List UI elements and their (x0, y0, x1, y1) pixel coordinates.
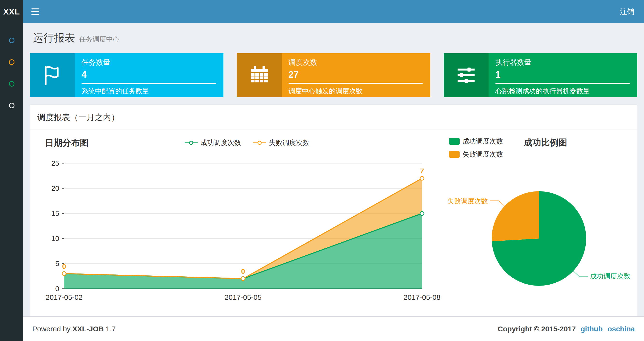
footer: Powered byXXL-JOB1.7 Copyright © 2015-20… (23, 316, 644, 341)
stat-body: 调度次数 27 调度中心触发的调度次数 (282, 53, 430, 97)
svg-text:25: 25 (51, 159, 59, 167)
legend-item[interactable]: 失败调度次数 (252, 138, 310, 147)
pie-chart-title: 成功比例图 (524, 137, 567, 159)
sidebar-menu-item[interactable] (0, 30, 23, 51)
product-version: 1.7 (106, 325, 116, 333)
stat-title: 执行器数量 (495, 58, 630, 68)
sidebar-toggle-button[interactable] (23, 0, 47, 23)
line-chart-svg: 05101520252017-05-022017-05-052017-05-08… (36, 151, 446, 310)
pie-chart-header: 成功调度次数失败调度次数 成功比例图 (446, 137, 634, 159)
svg-text:0: 0 (62, 262, 66, 270)
legend-label: 失败调度次数 (269, 138, 310, 147)
pie-chart-area: 成功调度次数失败调度次数 成功比例图 成功调度次数失败调度次数 (446, 135, 634, 314)
stat-title: 调度次数 (288, 58, 423, 68)
svg-text:10: 10 (51, 234, 59, 242)
svg-text:0: 0 (241, 267, 245, 275)
powered-prefix: Powered by (32, 325, 70, 333)
stat-title: 任务数量 (82, 58, 216, 68)
oschina-link[interactable]: oschina (608, 325, 635, 333)
powered-by: Powered byXXL-JOB1.7 (32, 325, 116, 333)
line-chart-area: 日期分布图 成功调度次数失败调度次数 05101520252017-05-022… (36, 135, 446, 314)
app-root: XXL 注销 运行报表任务调度中心 (0, 0, 644, 321)
stat-value: 4 (82, 70, 216, 80)
page-header: 运行报表任务调度中心 (30, 29, 637, 45)
svg-text:失败调度次数: 失败调度次数 (447, 197, 488, 205)
copyright-area: Copyright © 2015-2017 github oschina (498, 325, 635, 333)
legend-item[interactable]: 失败调度次数 (449, 150, 503, 159)
circle-icon (9, 81, 14, 87)
top-navbar: XXL 注销 (0, 0, 644, 23)
stat-box-executor-count: 执行器数量 1 心跳检测成功的执行器机器数量 (444, 53, 637, 97)
stat-description: 心跳检测成功的执行器机器数量 (495, 87, 630, 96)
legend-line-icon (184, 140, 198, 146)
flag-icon (30, 53, 75, 97)
stat-value: 1 (495, 70, 630, 80)
legend-label: 成功调度次数 (200, 138, 241, 147)
circle-icon (9, 38, 14, 43)
sidebar (0, 23, 23, 341)
circle-icon (9, 59, 14, 65)
svg-text:2017-05-08: 2017-05-08 (404, 293, 440, 301)
stat-box-trigger-count: 调度次数 27 调度中心触发的调度次数 (237, 53, 430, 97)
line-chart-title: 日期分布图 (45, 137, 88, 149)
report-panel: 调度报表（一月之内） 日期分布图 成功调度次数失败调度次数 0510152025… (30, 104, 637, 321)
stat-progress-bar (288, 83, 423, 84)
line-chart-legend: 成功调度次数失败调度次数 (88, 138, 405, 147)
stat-row: 任务数量 4 系统中配置的任务数量 (30, 53, 637, 97)
svg-text:5: 5 (55, 259, 59, 267)
legend-label: 成功调度次数 (462, 137, 503, 146)
svg-text:7: 7 (420, 167, 424, 175)
github-link[interactable]: github (580, 325, 603, 333)
legend-item[interactable]: 成功调度次数 (184, 138, 241, 147)
page-title: 运行报表 (33, 32, 75, 44)
stat-description: 调度中心触发的调度次数 (288, 87, 423, 96)
svg-text:0: 0 (55, 284, 59, 292)
stat-description: 系统中配置的任务数量 (82, 87, 216, 96)
main-content: 运行报表任务调度中心 任务数量 4 系统中配置的任务数量 (23, 23, 644, 321)
svg-text:2017-05-05: 2017-05-05 (225, 293, 262, 301)
sidebar-menu-item[interactable] (0, 95, 23, 116)
pie-slice (492, 191, 539, 241)
legend-swatch (449, 138, 460, 145)
stat-progress-bar (495, 83, 630, 84)
sidebar-menu-item[interactable] (0, 73, 23, 95)
pie-chart-svg: 成功调度次数失败调度次数 (446, 159, 634, 313)
calendar-icon (237, 53, 282, 97)
panel-title: 调度报表（一月之内） (30, 105, 637, 130)
circle-icon (9, 103, 14, 108)
logout-link[interactable]: 注销 (610, 7, 644, 17)
legend-label: 失败调度次数 (462, 150, 503, 159)
line-chart-header: 日期分布图 成功调度次数失败调度次数 (36, 135, 446, 151)
product-name: XXL-JOB (72, 325, 104, 333)
navbar-right-area: 注销 (23, 0, 644, 23)
stat-box-job-count: 任务数量 4 系统中配置的任务数量 (30, 53, 224, 97)
stat-value: 27 (288, 70, 423, 80)
sidebar-menu-item[interactable] (0, 51, 23, 73)
stat-body: 执行器数量 1 心跳检测成功的执行器机器数量 (488, 53, 637, 97)
app-logo-text: XXL (3, 7, 20, 17)
svg-text:20: 20 (51, 184, 59, 192)
svg-text:2017-05-02: 2017-05-02 (46, 293, 82, 301)
svg-text:成功调度次数: 成功调度次数 (590, 272, 630, 280)
panel-body: 日期分布图 成功调度次数失败调度次数 05101520252017-05-022… (30, 130, 637, 320)
hamburger-icon (31, 9, 39, 10)
legend-item[interactable]: 成功调度次数 (449, 137, 503, 146)
pie-chart-legend: 成功调度次数失败调度次数 (449, 137, 503, 159)
legend-swatch (449, 151, 460, 158)
sliders-icon (444, 53, 488, 97)
copyright-text: Copyright © 2015-2017 (498, 325, 576, 333)
svg-text:15: 15 (51, 209, 59, 217)
legend-line-icon (252, 140, 266, 146)
stat-progress-bar (82, 83, 216, 84)
stat-body: 任务数量 4 系统中配置的任务数量 (75, 53, 224, 97)
app-logo[interactable]: XXL (0, 0, 23, 23)
page-subtitle: 任务调度中心 (79, 36, 120, 43)
